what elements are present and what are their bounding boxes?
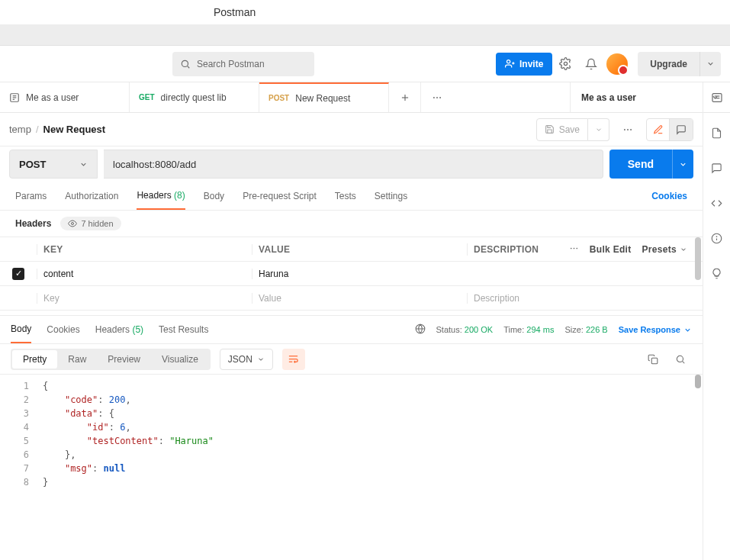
table-row-empty: Key Value Description [0,286,703,311]
sidebar-lightbulb-icon[interactable] [706,262,728,284]
resp-tab-headers[interactable]: Headers (5) [95,317,143,343]
chevron-down-icon [706,60,715,68]
format-selector[interactable]: JSON [220,349,273,370]
tabs-more-button[interactable] [421,82,453,112]
tab-tests[interactable]: Tests [335,183,356,209]
search-response-button[interactable] [669,349,692,370]
svg-point-2 [506,60,510,63]
presets-dropdown[interactable]: Presets [642,244,687,255]
scrollbar[interactable] [695,375,701,388]
copy-response-button[interactable] [642,349,664,370]
bulk-edit-link[interactable]: Bulk Edit [590,244,632,255]
sidebar-info-icon[interactable] [706,227,728,249]
upgrade-button[interactable]: Upgrade [638,52,699,76]
tab-label: directly quest lib [161,92,227,103]
send-dropdown[interactable] [672,150,693,179]
notifications-icon[interactable] [578,51,604,77]
svg-point-14 [439,97,441,98]
scrollbar[interactable] [695,237,701,280]
right-sidebar [703,82,730,560]
view-mode-segment: Pretty Raw Preview Visualize [11,349,211,370]
request-tabs-row: Me as a user GET directly quest lib POST… [0,82,730,113]
chevron-down-icon [683,326,692,334]
breadcrumb-current: New Request [43,124,106,135]
tab-headers[interactable]: Headers (8) [137,182,185,210]
tab-settings[interactable]: Settings [375,183,407,209]
svg-point-22 [627,129,629,130]
sidebar-docs-icon[interactable] [706,122,728,143]
copy-icon [648,354,658,365]
invite-button[interactable]: Invite [496,53,552,76]
cell-desc-placeholder[interactable]: Description [467,293,703,304]
svg-point-21 [624,129,625,130]
headers-title: Headers [15,218,51,229]
resp-tab-tests[interactable]: Test Results [159,317,208,343]
search-icon [675,354,686,365]
more-horizontal-icon [622,124,633,135]
comment-icon[interactable] [670,119,693,140]
tab-params[interactable]: Params [15,183,47,209]
col-desc: DESCRIPTION [474,244,539,255]
wrap-lines-button[interactable] [282,349,305,370]
tab-post-request[interactable]: POST New Request [259,82,389,112]
view-preview[interactable]: Preview [97,350,151,369]
view-pretty[interactable]: Pretty [12,350,57,369]
send-button[interactable]: Send [609,150,672,179]
wrap-icon [288,353,299,365]
svg-line-34 [683,361,685,363]
table-header: KEY VALUE DESCRIPTION Bulk Edit Presets [0,237,703,262]
tab-body[interactable]: Body [204,183,224,209]
method-selector[interactable]: POST [9,150,98,179]
response-body[interactable]: 1{2 "code": 200,3 "data": {4 "id": 6,5 "… [0,375,703,494]
sidebar-comments-icon[interactable] [706,157,728,179]
tab-prerequest[interactable]: Pre-request Script [243,183,317,209]
svg-line-1 [188,66,190,68]
save-response-dropdown[interactable]: Save Response [619,325,692,334]
svg-point-24 [72,223,74,225]
cell-value[interactable]: Haruna [252,269,467,279]
sidebar-env-quicklook-icon[interactable] [706,87,728,108]
sidebar-code-icon[interactable] [706,192,728,214]
table-row: ✓ content Haruna [0,262,703,286]
cell-key[interactable]: content [37,269,252,279]
tab-me-as-user[interactable]: Me as a user [0,82,130,112]
cell-value-placeholder[interactable]: Value [252,293,467,304]
app-title: Postman [214,6,256,18]
avatar[interactable] [604,51,630,77]
chevron-down-icon [680,246,687,253]
view-visualize[interactable]: Visualize [151,350,209,369]
url-input[interactable] [104,150,603,179]
breadcrumb-parent[interactable]: temp [9,124,31,135]
svg-point-25 [571,247,572,249]
chevron-down-icon [79,160,88,169]
chevron-down-icon [679,160,687,169]
size-meta: Size: 226 B [564,325,607,334]
row-checkbox[interactable]: ✓ [12,268,24,280]
resp-tab-body[interactable]: Body [11,316,31,343]
cell-key-placeholder[interactable]: Key [37,293,252,304]
response-tabs: Body Cookies Headers (5) Test Results St… [0,315,703,344]
tab-get-request[interactable]: GET directly quest lib [130,82,259,112]
tab-authorization[interactable]: Authorization [65,183,118,209]
edit-icon[interactable] [647,119,670,140]
view-raw[interactable]: Raw [57,350,97,369]
svg-point-26 [573,247,574,249]
topbar: Search Postman Invite Upgrade [0,46,730,82]
cookies-link[interactable]: Cookies [651,191,687,201]
save-dropdown[interactable] [588,118,609,141]
globe-icon[interactable] [415,323,426,336]
more-horizontal-icon [432,92,442,103]
search-input-wrap[interactable]: Search Postman [172,52,314,76]
hidden-headers-toggle[interactable]: 7 hidden [60,217,121,230]
save-button[interactable]: Save [536,118,588,141]
request-more-button[interactable] [617,119,638,140]
col-options-more[interactable] [569,243,579,256]
resp-tab-cookies[interactable]: Cookies [47,317,79,343]
invite-icon [505,59,515,69]
save-icon [545,124,555,134]
upgrade-dropdown[interactable] [699,52,721,76]
settings-icon[interactable] [552,51,578,77]
headers-subheader: Headers 7 hidden [0,211,703,237]
headers-table: KEY VALUE DESCRIPTION Bulk Edit Presets … [0,237,703,311]
new-tab-button[interactable] [389,82,421,112]
